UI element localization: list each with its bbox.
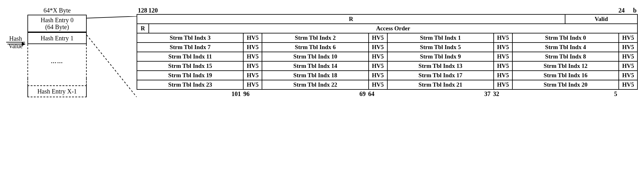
field-hv5: HV5 — [618, 71, 637, 80]
layout-data-row: Strm Tbl Indx 19 HV5 Strm Tbl Indx 18 HV… — [137, 70, 637, 80]
hash-table-title: 64*X Byte — [27, 6, 87, 15]
field-strm-idx: Strm Tbl Indx 17 — [387, 71, 493, 80]
hash-table-section: Hash Value 64*X Byte Hash Entry 0 (64 By… — [6, 6, 87, 97]
bit-mark-64: 64 — [368, 90, 386, 98]
field-R-small: R — [137, 24, 148, 33]
field-hv5: HV5 — [493, 62, 512, 70]
layout-data-row: Strm Tbl Indx 11 HV5 Strm Tbl Indx 10 HV… — [137, 52, 637, 61]
field-hv5: HV5 — [493, 80, 512, 89]
field-strm-idx: Strm Tbl Indx 9 — [387, 52, 493, 61]
field-strm-idx: Strm Tbl Indx 14 — [262, 62, 368, 70]
field-hv5: HV5 — [368, 71, 387, 80]
field-strm-idx: Strm Tbl Indx 12 — [512, 62, 618, 70]
field-hv5: HV5 — [618, 80, 637, 89]
hash-entry-last: Hash Entry X-1 — [27, 85, 87, 97]
layout-data-row: Strm Tbl Indx 7 HV5 Strm Tbl Indx 6 HV5 … — [137, 42, 637, 52]
field-strm-idx: Strm Tbl Indx 16 — [512, 71, 618, 80]
field-strm-idx: Strm Tbl Indx 20 — [512, 80, 618, 89]
field-hv5: HV5 — [243, 80, 262, 89]
field-hv5: HV5 — [243, 71, 262, 80]
field-strm-idx: Strm Tbl Indx 8 — [512, 52, 618, 61]
hash-entry-1: Hash Entry 1 — [27, 32, 87, 44]
hash-table-ellipsis: …… — [27, 44, 87, 78]
field-hv5: HV5 — [618, 52, 637, 61]
bit-mark-24: 24 — [507, 7, 627, 14]
hash-value-pointer: Hash Value — [6, 6, 25, 44]
field-hv5: HV5 — [368, 80, 387, 89]
expansion-connector — [87, 16, 137, 104]
field-strm-idx: Strm Tbl Indx 2 — [262, 33, 368, 42]
field-strm-idx: Strm Tbl Indx 18 — [262, 71, 368, 80]
field-strm-idx: Strm Tbl Indx 23 — [137, 80, 243, 89]
connector-lines-icon — [87, 16, 137, 104]
layout-row-header2: R Access Order — [137, 23, 637, 33]
bit-mark-120: 120 — [148, 7, 268, 14]
bit-mark-101: 101 — [231, 90, 243, 98]
field-hv5: HV5 — [493, 33, 512, 42]
bottom-bit-marks: 101 96 69 64 37 32 5 — [137, 90, 638, 98]
field-hv5: HV5 — [368, 33, 387, 42]
bit-mark-32: 32 — [492, 90, 511, 98]
layout-data-row: Strm Tbl Indx 3 HV5 Strm Tbl Indx 2 HV5 … — [137, 33, 637, 42]
field-hv5: HV5 — [243, 52, 262, 61]
bit-mark-96: 96 — [243, 90, 261, 98]
field-hv5: HV5 — [618, 43, 637, 52]
bit-layout-box: R Valid R Access Order Strm Tbl Indx 3 H… — [137, 14, 638, 90]
bit-mark-69: 69 — [360, 90, 368, 98]
field-hv5: HV5 — [493, 52, 512, 61]
field-access-order: Access Order — [148, 24, 637, 33]
field-hv5: HV5 — [243, 62, 262, 70]
field-hv5: HV5 — [618, 33, 637, 42]
hash-table-gap — [27, 78, 87, 85]
field-hv5: HV5 — [618, 62, 637, 70]
field-strm-idx: Strm Tbl Indx 19 — [137, 71, 243, 80]
field-strm-idx: Strm Tbl Indx 4 — [512, 43, 618, 52]
field-R-big: R — [137, 15, 565, 23]
hash-entry-0-line1: Hash Entry 0 — [29, 17, 85, 23]
layout-row-header1: R Valid — [137, 15, 637, 23]
field-strm-idx: Strm Tbl Indx 11 — [137, 52, 243, 61]
hash-table: 64*X Byte Hash Entry 0 (64 Byte) Hash En… — [27, 6, 87, 97]
field-strm-idx: Strm Tbl Indx 21 — [387, 80, 493, 89]
field-strm-idx: Strm Tbl Indx 13 — [387, 62, 493, 70]
top-bit-marks: 128 120 24 b — [137, 7, 638, 14]
field-strm-idx: Strm Tbl Indx 5 — [387, 43, 493, 52]
field-strm-idx: Strm Tbl Indx 22 — [262, 80, 368, 89]
layout-data-row: Strm Tbl Indx 23 HV5 Strm Tbl Indx 22 HV… — [137, 80, 637, 89]
hash-entry-0: Hash Entry 0 (64 Byte) — [27, 15, 87, 32]
hash-entry-layout: 128 120 24 b R Valid R Access Order Strm… — [137, 7, 638, 98]
field-strm-idx: Strm Tbl Indx 6 — [262, 43, 368, 52]
field-hv5: HV5 — [368, 52, 387, 61]
field-strm-idx: Strm Tbl Indx 7 — [137, 43, 243, 52]
field-strm-idx: Strm Tbl Indx 1 — [387, 33, 493, 42]
field-strm-idx: Strm Tbl Indx 10 — [262, 52, 368, 61]
hash-entry-0-line2: (64 Byte) — [29, 23, 85, 30]
bit-mark-5: 5 — [511, 90, 619, 98]
bit-mark-37: 37 — [484, 90, 492, 98]
field-valid: Valid — [565, 15, 637, 23]
field-hv5: HV5 — [243, 33, 262, 42]
field-strm-idx: Strm Tbl Indx 0 — [512, 33, 618, 42]
field-hv5: HV5 — [243, 43, 262, 52]
bit-mark-128: 128 — [137, 7, 148, 14]
arrow-right-icon — [7, 44, 25, 44]
field-hv5: HV5 — [493, 43, 512, 52]
field-strm-idx: Strm Tbl Indx 3 — [137, 33, 243, 42]
field-hv5: HV5 — [368, 62, 387, 70]
hash-value-label-line1: Hash — [6, 35, 25, 42]
layout-data-row: Strm Tbl Indx 15 HV5 Strm Tbl Indx 14 HV… — [137, 61, 637, 70]
svg-line-0 — [87, 16, 137, 18]
bit-mark-b: b — [627, 7, 638, 14]
field-hv5: HV5 — [368, 43, 387, 52]
field-strm-idx: Strm Tbl Indx 15 — [137, 62, 243, 70]
field-hv5: HV5 — [493, 71, 512, 80]
svg-line-1 — [87, 35, 137, 97]
